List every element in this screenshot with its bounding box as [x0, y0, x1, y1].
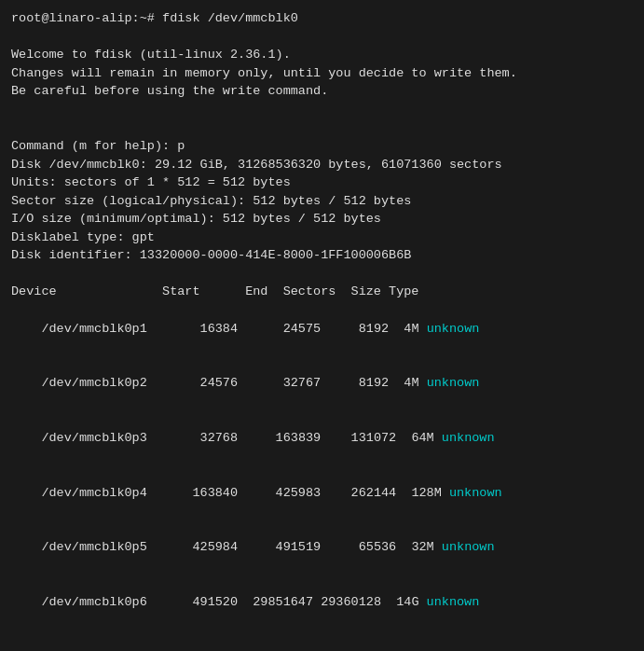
partition-row-1: /dev/mmcblk0p1 16384 24575 8192 4M unkno…	[11, 301, 633, 356]
p6-start: 491520	[192, 595, 238, 609]
p5-type: unknown	[442, 540, 495, 554]
p3-device: /dev/mmcblk0p3	[41, 431, 146, 445]
command-line-1: Command (m for help): p	[11, 137, 633, 156]
p5-size: 32M	[411, 540, 433, 554]
p5-start: 425984	[192, 540, 238, 554]
p1-device: /dev/mmcblk0p1	[41, 322, 146, 336]
p1-type: unknown	[427, 322, 480, 336]
blank-line-4	[11, 265, 633, 284]
welcome-line-1: Welcome to fdisk (util-linux 2.36.1).	[11, 46, 633, 64]
blank-line-1	[11, 28, 633, 47]
p3-size: 64M	[411, 431, 433, 445]
p4-type: unknown	[449, 486, 502, 500]
p2-end: 32767	[283, 376, 322, 390]
p2-start: 24576	[200, 376, 239, 390]
p4-size: 128M	[411, 486, 441, 500]
partition-row-7: /dev/mmcblk0p7 29851648 30113791 262144 …	[11, 630, 633, 651]
welcome-line-2: Changes will remain in memory only, unti…	[11, 64, 633, 83]
disk-info-6: Disk identifier: 13320000-0000-414E-8000…	[11, 246, 633, 265]
p4-end: 425983	[276, 486, 322, 500]
p6-sectors: 29360128	[321, 595, 381, 609]
p4-device: /dev/mmcblk0p4	[41, 486, 146, 500]
p3-start: 32768	[200, 431, 239, 445]
p1-start: 16384	[200, 322, 239, 336]
table-header-row: Device Start End Sectors Size Type	[11, 283, 633, 301]
p6-device: /dev/mmcblk0p6	[41, 595, 146, 609]
p5-end: 491519	[276, 540, 322, 554]
blank-line-2	[11, 101, 633, 119]
p6-end: 29851647	[253, 595, 313, 609]
p2-type: unknown	[427, 376, 480, 390]
p5-device: /dev/mmcblk0p5	[41, 540, 146, 554]
p6-type: unknown	[427, 595, 480, 609]
p6-size: 14G	[396, 595, 418, 609]
disk-info-4: I/O size (minimum/optimal): 512 bytes / …	[11, 210, 633, 229]
p3-end: 163839	[276, 431, 322, 445]
disk-info-2: Units: sectors of 1 * 512 = 512 bytes	[11, 173, 633, 192]
disk-info-3: Sector size (logical/physical): 512 byte…	[11, 192, 633, 211]
p1-sectors: 8192	[359, 322, 389, 336]
welcome-line-3: Be careful before using the write comman…	[11, 82, 633, 101]
blank-line-3	[11, 118, 633, 137]
p2-device: /dev/mmcblk0p2	[41, 376, 146, 390]
partition-row-4: /dev/mmcblk0p4 163840 425983 262144 128M…	[11, 465, 633, 520]
p3-type: unknown	[442, 431, 495, 445]
p4-start: 163840	[192, 486, 238, 500]
p1-size: 4M	[404, 322, 418, 336]
p1-end: 24575	[283, 322, 322, 336]
p2-sectors: 8192	[359, 376, 389, 390]
prompt-line-1: root@linaro-alip:~# fdisk /dev/mmcblk0	[11, 9, 633, 28]
terminal-window: root@linaro-alip:~# fdisk /dev/mmcblk0 W…	[0, 0, 644, 651]
p2-size: 4M	[404, 376, 418, 390]
partition-row-5: /dev/mmcblk0p5 425984 491519 65536 32M u…	[11, 520, 633, 575]
p4-sectors: 262144	[351, 486, 397, 500]
p5-sectors: 65536	[359, 540, 397, 554]
partition-row-3: /dev/mmcblk0p3 32768 163839 131072 64M u…	[11, 410, 633, 465]
partition-row-6: /dev/mmcblk0p6 491520 29851647 29360128 …	[11, 575, 633, 630]
partition-row-2: /dev/mmcblk0p2 24576 32767 8192 4M unkno…	[11, 356, 633, 411]
disk-info-1: Disk /dev/mmcblk0: 29.12 GiB, 3126853632…	[11, 156, 633, 174]
p3-sectors: 131072	[351, 431, 397, 445]
disk-info-5: Disklabel type: gpt	[11, 229, 633, 247]
